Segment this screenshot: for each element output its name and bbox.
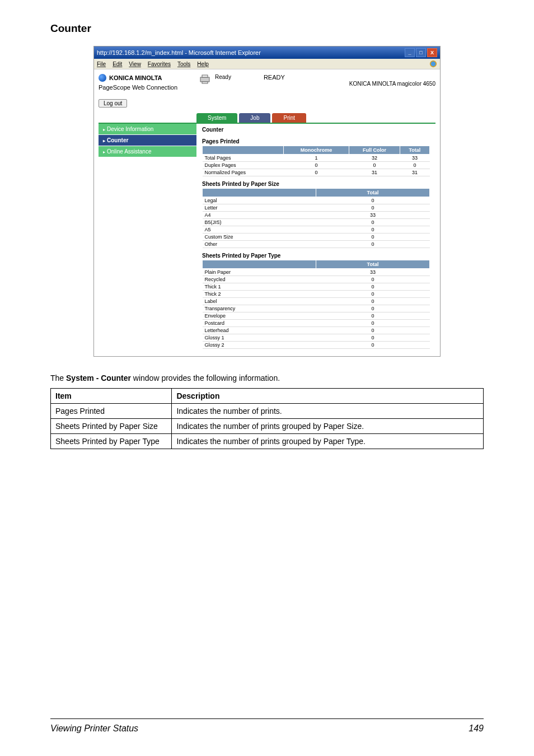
minimize-button[interactable]: _ (405, 48, 415, 57)
cell: 31 (400, 169, 429, 176)
section-title: Counter (50, 22, 484, 35)
sheets-by-type-table: Total Plain Paper33 Recycled0 Thick 10 T… (202, 260, 430, 349)
cell: 0 (316, 219, 430, 226)
table-header-row: Total (203, 189, 430, 197)
table-row: Duplex Pages000 (203, 162, 430, 169)
cell: 0 (316, 334, 430, 342)
cell: A5 (203, 226, 316, 234)
table-row: A50 (203, 226, 430, 234)
cell: 0 (316, 226, 430, 234)
logout-button[interactable]: Log out (99, 99, 127, 108)
info-header-item: Item (51, 389, 172, 404)
page-header: KONICA MINOLTA PageScope Web Connection … (99, 74, 435, 91)
arrow-icon: ▸ (103, 138, 105, 143)
table-header: Total (400, 146, 429, 155)
logout-row: Log out (99, 99, 435, 108)
table-row: Pages Printed Indicates the number of pr… (51, 404, 484, 419)
sidebar-label: Counter (107, 137, 128, 143)
cell: Postcard (203, 320, 316, 327)
cell: 0 (316, 204, 430, 212)
menu-view[interactable]: View (129, 61, 141, 67)
table-header (203, 146, 284, 155)
browser-window: http://192.168.1.2/m_index.html - Micros… (93, 46, 441, 357)
sheets-by-size-table: Total Legal0 Letter0 A433 B5(JIS)0 A50 C… (202, 188, 430, 248)
table-header-row: Item Description (51, 389, 484, 404)
table-row: Glossy 20 (203, 342, 430, 349)
cell: 0 (316, 291, 430, 298)
cell: Glossy 2 (203, 342, 316, 349)
cell: 0 (284, 169, 349, 176)
table-header (203, 189, 316, 197)
cell: 0 (316, 305, 430, 312)
tab-system[interactable]: System (196, 113, 237, 123)
table-row: Thick 10 (203, 283, 430, 291)
table-row: Label0 (203, 298, 430, 305)
svg-rect-1 (200, 77, 209, 82)
menu-tools[interactable]: Tools (177, 61, 190, 67)
cell: Glossy 1 (203, 334, 316, 342)
logo-area: KONICA MINOLTA PageScope Web Connection (99, 74, 188, 91)
menu-help[interactable]: Help (197, 61, 209, 67)
description-text: The System - Counter window provides the… (50, 374, 484, 382)
table-row: Sheets Printed by Paper Type Indicates t… (51, 434, 484, 449)
arrow-icon: ▸ (103, 150, 105, 155)
pagescope-text: PageScope Web Connection (99, 84, 188, 91)
cell: 33 (400, 155, 429, 162)
cell: Recycled (203, 276, 316, 283)
table-row: Transparency0 (203, 305, 430, 312)
menu-file[interactable]: File (97, 61, 106, 67)
cell: 0 (316, 327, 430, 334)
cell: 0 (316, 312, 430, 320)
km-logo-icon (99, 74, 106, 82)
info-cell: Sheets Printed by Paper Type (51, 434, 172, 449)
tab-print[interactable]: Print (272, 113, 306, 123)
status-text: READY (264, 74, 285, 81)
cell: 0 (316, 298, 430, 305)
cell: 0 (349, 162, 400, 169)
table-row: Postcard0 (203, 320, 430, 327)
cell: 0 (316, 320, 430, 327)
tab-job[interactable]: Job (239, 113, 270, 123)
sidebar-label: Device Information (107, 126, 153, 132)
status-area: Ready READY (199, 74, 285, 84)
cell: Letter (203, 204, 316, 212)
table-row: Total Pages13233 (203, 155, 430, 162)
cell: 0 (316, 234, 430, 241)
window-controls: _ □ X (405, 48, 437, 57)
menu-favorites[interactable]: Favorites (148, 61, 171, 67)
info-cell: Indicates the number of prints grouped b… (172, 419, 484, 434)
menu-edit[interactable]: Edit (113, 61, 122, 67)
cell: Legal (203, 197, 316, 204)
tabs: System Job Print (196, 113, 435, 123)
sidebar-item-online-assist[interactable]: ▸Online Assistance (99, 146, 196, 157)
svg-point-0 (430, 61, 437, 67)
footer-title: Viewing Printer Status (50, 724, 138, 734)
table-row: Plain Paper33 (203, 269, 430, 276)
table-header-row: Total (203, 260, 430, 269)
cell: 0 (316, 342, 430, 349)
cell: Other (203, 241, 316, 248)
menu-items: File Edit View Favorites Tools Help (97, 61, 209, 67)
close-button[interactable]: X (427, 48, 437, 57)
svg-rect-2 (202, 75, 208, 77)
cell: 33 (316, 269, 430, 276)
table-row: Recycled0 (203, 276, 430, 283)
cell: 33 (316, 212, 430, 219)
cell: Thick 1 (203, 283, 316, 291)
cell: 0 (284, 162, 349, 169)
cell: Total Pages (203, 155, 284, 162)
sidebar-item-device-info[interactable]: ▸Device Information (99, 124, 196, 135)
sidebar-label: Online Assistance (107, 148, 152, 155)
sidebar-item-counter[interactable]: ▸Counter (99, 135, 196, 146)
printer-icon (199, 74, 210, 84)
info-cell: Pages Printed (51, 404, 172, 419)
sheets-by-size-title: Sheets Printed by Paper Size (202, 181, 430, 187)
table-header: Total (316, 260, 430, 269)
model-text: KONICA MINOLTA magicolor 4650 (349, 74, 435, 87)
info-cell: Indicates the number of prints grouped b… (172, 434, 484, 449)
arrow-icon: ▸ (103, 127, 105, 132)
table-header-row: Monochrome Full Color Total (203, 146, 430, 155)
cell: 0 (316, 197, 430, 204)
maximize-button[interactable]: □ (416, 48, 426, 57)
cell: Normalized Pages (203, 169, 284, 176)
